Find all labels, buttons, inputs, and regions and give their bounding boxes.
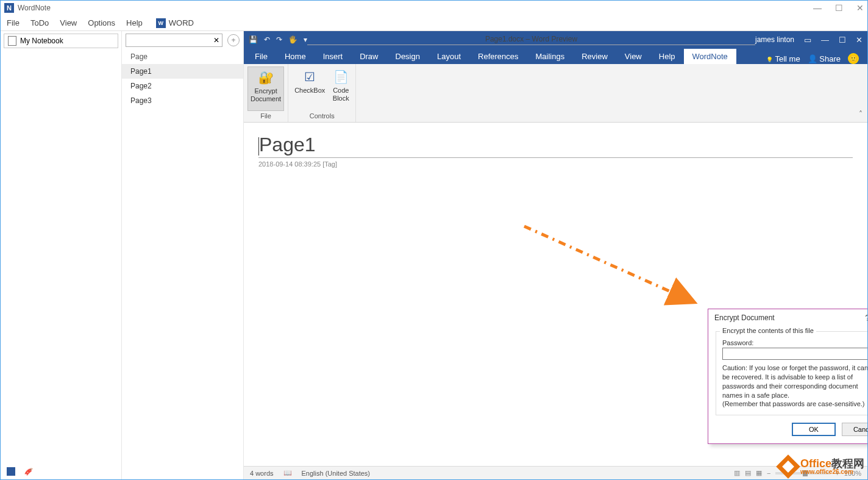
dialog-help-icon[interactable]: ? [865,313,867,323]
tab-view[interactable]: View [616,49,650,64]
encrypt-document-dialog: Encrypt Document ? ✕ Encrypt the content… [708,309,867,444]
menu-help[interactable]: Help [126,18,143,27]
menu-todo[interactable]: ToDo [30,18,49,27]
page-item-2[interactable]: Page3 [122,93,243,108]
status-word-count[interactable]: 4 words [250,470,274,477]
page-list: Page Page1 Page2 Page3 [122,49,243,108]
word-close-icon[interactable]: ✕ [856,35,863,45]
notebook-label: My Notebook [20,37,63,45]
tellme-button[interactable]: 💡 Tell me [766,54,800,63]
dialog-title-text: Encrypt Document [714,313,775,322]
qat-more-icon[interactable]: ▾ [304,35,307,44]
dialog-fieldset: Encrypt the contents of this file Passwo… [716,331,867,415]
book-icon[interactable] [7,467,15,476]
codeblock-control-button[interactable]: 📄 Code Block [330,66,352,111]
checkbox-control-button[interactable]: ☑ CheckBox [292,66,327,111]
collapse-ribbon-icon[interactable]: ˄ [859,110,863,118]
tab-mailings[interactable]: Mailings [527,49,574,64]
status-language[interactable]: English (United States) [302,470,371,477]
word-user-name[interactable]: james linton [755,35,794,44]
ribbon-group-controls: ☑ CheckBox 📄 Code Block Controls [288,64,356,122]
outer-titlebar: N WordNote — ☐ ✕ [1,1,867,15]
view-print-icon[interactable]: ▤ [745,469,751,477]
checkbox-icon: ☑ [301,68,318,85]
outer-menubar: File ToDo View Options Help W WORD [1,15,867,31]
wordnote-app-icon: N [4,3,14,13]
touch-mode-icon[interactable]: 🖐 [288,35,297,44]
document-title-text: Page1 [259,134,316,156]
dialog-caution-text: Caution: If you lose or forget the passw… [722,364,867,409]
tab-layout[interactable]: Layout [429,49,469,64]
menu-options[interactable]: Options [88,18,115,27]
checkbox-label: CheckBox [294,87,325,95]
menu-view[interactable]: View [60,18,77,27]
pages-panel: ✕ + Page Page1 Page2 Page3 [122,31,244,479]
tellme-label: Tell me [775,54,800,63]
view-web-icon[interactable]: ▦ [756,469,762,477]
notebook-selector[interactable]: My Notebook [4,34,118,48]
word-statusbar: 4 words 📖 English (United States) ▥ ▤ ▦ … [244,466,867,479]
ok-button[interactable]: OK [792,423,836,436]
wordnote-window: N WordNote — ☐ ✕ File ToDo View Options … [0,0,868,480]
watermark-logo-icon [776,454,800,479]
document-title[interactable]: Page1 [258,134,853,158]
minimize-icon[interactable]: — [813,3,822,13]
word-ribbon: 🔐 Encrypt Document File ☑ CheckBox [244,64,867,123]
word-ribbon-options-icon[interactable]: ▭ [804,35,811,45]
password-label: Password: [722,339,867,346]
page-item-0[interactable]: Page1 [122,64,243,79]
watermark-text-1a: Office [800,457,831,470]
word-embedded-window: 💾 ↶ ↷ 🖐 ▾ Page1.docx – Word Preview jame… [244,31,867,479]
close-icon[interactable]: ✕ [856,3,864,13]
dialog-legend: Encrypt the contents of this file [720,327,816,334]
document-area[interactable]: Page1 2018-09-14 08:39:25 [Tag] Encrypt … [244,123,867,466]
tab-design[interactable]: Design [387,49,429,64]
tab-help[interactable]: Help [650,49,684,64]
share-button[interactable]: 👤 Share [808,54,841,63]
word-maximize-icon[interactable]: ☐ [839,35,846,45]
ribbon-group-file-label: File [260,111,271,121]
encrypt-label-2: Document [251,95,281,103]
undo-icon[interactable]: ↶ [264,35,270,44]
word-titlebar: 💾 ↶ ↷ 🖐 ▾ Page1.docx – Word Preview jame… [244,31,867,48]
maximize-icon[interactable]: ☐ [835,3,843,13]
notebook-panel: My Notebook 🔖 [1,31,122,479]
password-input[interactable] [722,348,867,360]
dialog-titlebar: Encrypt Document ? ✕ [708,309,867,326]
add-page-button[interactable]: + [227,34,240,46]
ribbon-group-file: 🔐 Encrypt Document File [244,64,288,122]
document-meta: 2018-09-14 08:39:25 [Tag] [258,160,853,168]
word-minimize-icon[interactable]: — [821,35,829,45]
redo-icon[interactable]: ↷ [276,35,282,44]
search-box[interactable]: ✕ [126,34,222,47]
watermark-text-1b: 教程网 [831,457,864,470]
encrypt-document-button[interactable]: 🔐 Encrypt Document [247,66,284,111]
word-app-label: WORD [169,18,194,27]
view-read-icon[interactable]: ▥ [734,469,740,477]
menu-word-app[interactable]: W WORD [156,18,194,28]
codeblock-label-2: Block [333,95,349,102]
notebook-icon [8,36,16,46]
tab-insert[interactable]: Insert [315,49,352,64]
menu-file[interactable]: File [7,18,20,27]
status-proofing-icon[interactable]: 📖 [283,469,292,477]
tab-file[interactable]: File [246,49,276,64]
page-item-1[interactable]: Page2 [122,79,243,93]
svg-line-0 [524,226,695,303]
tag-icon[interactable]: 🔖 [24,467,33,476]
code-block-icon: 📄 [332,68,349,85]
encrypt-label-1: Encrypt [254,87,277,95]
clear-search-icon[interactable]: ✕ [213,36,219,45]
tab-wordnote[interactable]: WordNote [684,49,736,64]
tab-references[interactable]: References [469,49,527,64]
tab-draw[interactable]: Draw [351,49,386,64]
zoom-out-icon[interactable]: − [767,470,770,477]
save-icon[interactable]: 💾 [249,35,258,44]
lock-key-icon: 🔐 [257,69,274,86]
tab-review[interactable]: Review [573,49,616,64]
feedback-smiley-icon[interactable]: 🙂 [848,53,859,64]
tab-home[interactable]: Home [276,49,315,64]
cancel-button[interactable]: Cancel [842,423,867,436]
share-label: Share [819,54,841,63]
watermark: Office教程网 www.office26.com [780,458,864,475]
